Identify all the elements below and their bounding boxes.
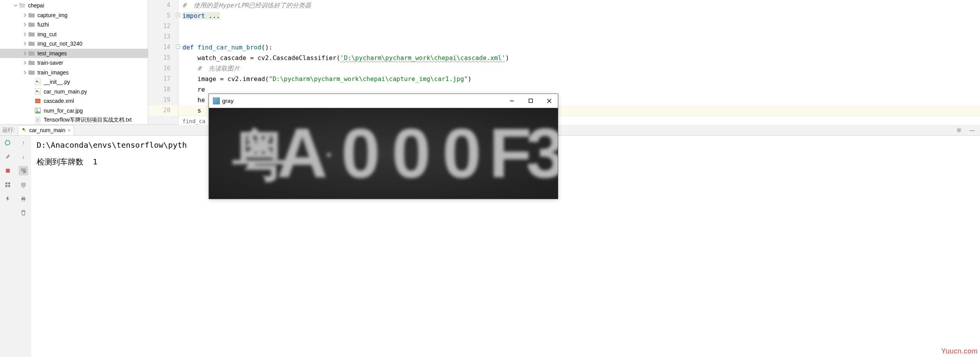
opencv-icon bbox=[213, 97, 220, 104]
folder-open-icon bbox=[19, 2, 26, 9]
opencv-window[interactable]: gray 粤 A · 0 0 0 F bbox=[209, 94, 558, 199]
code-comment: # 使用的是HyperLPR已经训练好了的分类器 bbox=[182, 2, 311, 9]
close-button[interactable] bbox=[545, 96, 554, 106]
close-icon[interactable]: × bbox=[68, 127, 71, 133]
tree-folder-fuzhi[interactable]: fuzhi bbox=[0, 20, 148, 30]
tree-file-num-for-car[interactable]: num_for_car.jpg bbox=[0, 106, 148, 116]
python-file-icon bbox=[34, 88, 41, 95]
svg-point-9 bbox=[36, 109, 37, 110]
svg-rect-24 bbox=[22, 200, 25, 201]
svg-text:A: A bbox=[277, 114, 328, 192]
tree-folder-test-images[interactable]: test_images bbox=[0, 49, 148, 58]
pin-icon[interactable] bbox=[3, 194, 12, 203]
run-tab[interactable]: car_num_main × bbox=[18, 125, 74, 135]
project-tree[interactable]: chepai capture_img fuzhi img_cut img_cut bbox=[0, 0, 148, 124]
svg-text:0: 0 bbox=[341, 114, 380, 192]
stop-icon[interactable] bbox=[3, 166, 12, 175]
python-icon bbox=[21, 127, 27, 134]
svg-point-2 bbox=[38, 81, 40, 83]
down-arrow-icon[interactable]: ↓ bbox=[19, 152, 28, 161]
svg-rect-26 bbox=[529, 99, 532, 103]
scroll-to-end-icon[interactable] bbox=[19, 180, 28, 189]
rerun-icon[interactable] bbox=[3, 138, 12, 147]
svg-point-16 bbox=[958, 129, 960, 131]
folder-icon bbox=[28, 21, 35, 28]
svg-text:0: 0 bbox=[392, 114, 431, 192]
layout-icon[interactable] bbox=[3, 180, 12, 189]
run-label: 运行: bbox=[2, 127, 15, 134]
chevron-right-icon[interactable] bbox=[22, 69, 28, 76]
tree-file-txt[interactable]: Tensorflow车牌识别项目实战文档.txt bbox=[0, 115, 148, 124]
folder-icon bbox=[28, 31, 35, 38]
svg-rect-19 bbox=[8, 182, 10, 184]
svg-text:·: · bbox=[325, 141, 332, 168]
chevron-right-icon[interactable] bbox=[22, 12, 28, 18]
svg-point-4 bbox=[36, 90, 38, 92]
chevron-right-icon[interactable] bbox=[22, 41, 28, 47]
chevron-right-icon[interactable] bbox=[22, 21, 28, 28]
fold-marker-icon[interactable]: + bbox=[176, 13, 180, 17]
svg-rect-21 bbox=[8, 185, 10, 187]
soft-wrap-icon[interactable] bbox=[19, 166, 28, 175]
svg-rect-0 bbox=[35, 79, 41, 85]
folder-icon bbox=[28, 59, 35, 66]
wrench-icon[interactable] bbox=[3, 152, 12, 161]
tree-folder-train-saver[interactable]: train-saver bbox=[0, 58, 148, 68]
watermark: Yuucn.com bbox=[941, 347, 978, 355]
folder-icon bbox=[28, 69, 35, 76]
window-titlebar[interactable]: gray bbox=[209, 94, 558, 108]
minimize-button[interactable] bbox=[507, 96, 517, 106]
svg-text:0: 0 bbox=[442, 114, 481, 192]
tree-file-init[interactable]: __init__.py bbox=[0, 77, 148, 87]
license-plate-image: 粤 A · 0 0 0 F 3 bbox=[209, 108, 558, 199]
svg-rect-3 bbox=[35, 88, 41, 95]
svg-text:</>: </> bbox=[36, 100, 40, 103]
tree-file-cascade-xml[interactable]: </> cascade.xml bbox=[0, 96, 148, 106]
editor-gutter[interactable]: 4 5 12 13 14 15 16 17 18 19 20 bbox=[148, 0, 179, 124]
tree-folder-chepai[interactable]: chepai bbox=[0, 1, 148, 11]
text-file-icon bbox=[34, 117, 41, 124]
trash-icon[interactable] bbox=[19, 208, 28, 217]
folder-icon bbox=[28, 50, 35, 57]
svg-point-5 bbox=[38, 91, 40, 93]
python-file-icon bbox=[34, 78, 41, 85]
svg-rect-17 bbox=[6, 169, 10, 173]
maximize-button[interactable] bbox=[526, 96, 535, 106]
svg-point-15 bbox=[24, 129, 26, 131]
code-keyword: import bbox=[182, 12, 209, 19]
svg-rect-23 bbox=[22, 197, 25, 198]
gear-icon[interactable] bbox=[954, 125, 964, 135]
svg-text:3: 3 bbox=[526, 114, 558, 192]
chevron-right-icon[interactable] bbox=[22, 60, 28, 66]
svg-rect-20 bbox=[5, 185, 7, 187]
chevron-right-icon[interactable] bbox=[22, 50, 28, 57]
chevron-down-icon[interactable] bbox=[12, 2, 19, 9]
run-toolbar-primary bbox=[0, 136, 16, 357]
svg-text:F: F bbox=[489, 114, 532, 192]
run-toolbar-secondary: ↑ ↓ bbox=[16, 136, 31, 357]
fold-marker-icon[interactable]: − bbox=[176, 44, 180, 49]
xml-file-icon: </> bbox=[34, 97, 41, 104]
minimize-icon[interactable]: — bbox=[968, 125, 977, 135]
window-title: gray bbox=[222, 97, 507, 104]
image-file-icon bbox=[34, 107, 41, 114]
tree-file-car-num-main[interactable]: car_num_main.py bbox=[0, 87, 148, 97]
folder-icon bbox=[28, 40, 35, 47]
tree-folder-capture-img[interactable]: capture_img bbox=[0, 11, 148, 20]
chevron-right-icon[interactable] bbox=[22, 31, 28, 37]
tree-folder-img-cut-not[interactable]: img_cut_not_3240 bbox=[0, 39, 148, 49]
print-icon[interactable] bbox=[19, 194, 28, 203]
svg-rect-18 bbox=[5, 182, 7, 184]
up-arrow-icon[interactable]: ↑ bbox=[19, 138, 28, 147]
tree-folder-img-cut[interactable]: img_cut bbox=[0, 30, 148, 39]
svg-point-1 bbox=[36, 81, 38, 83]
folder-icon bbox=[28, 12, 35, 19]
tree-folder-train-images[interactable]: train_images bbox=[0, 68, 148, 78]
